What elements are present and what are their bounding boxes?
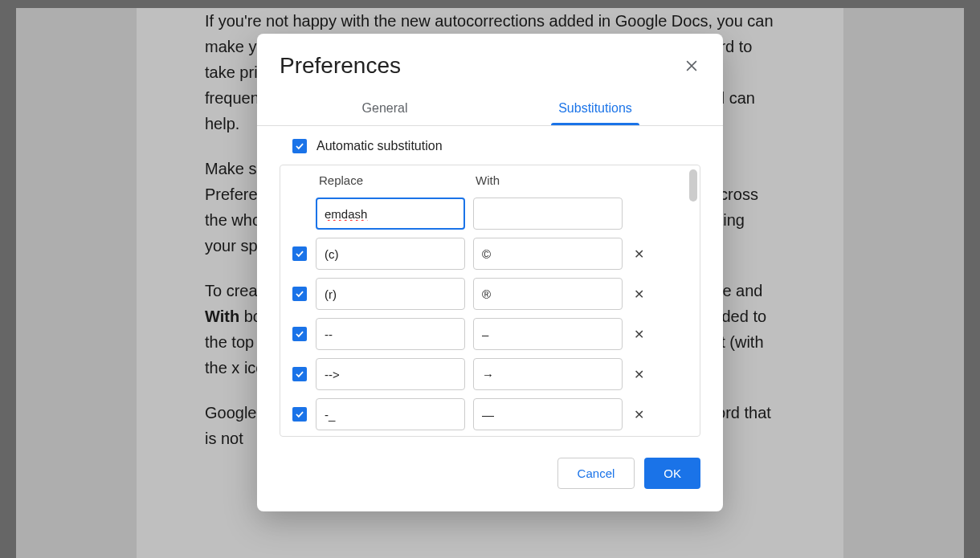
substitution-panel: Replace With ✕✕✕✕✕✕ bbox=[280, 165, 700, 437]
dialog-header: Preferences bbox=[257, 34, 723, 82]
substitution-checkbox-slot bbox=[292, 367, 308, 381]
substitution-checkbox-slot bbox=[292, 407, 308, 422]
replace-input[interactable] bbox=[316, 398, 465, 430]
delete-row-icon[interactable]: ✕ bbox=[631, 407, 647, 422]
tab-substitutions[interactable]: Substitutions bbox=[490, 93, 700, 125]
column-header-replace: Replace bbox=[319, 173, 476, 187]
delete-row-icon[interactable]: ✕ bbox=[631, 367, 647, 382]
cancel-button[interactable]: Cancel bbox=[557, 458, 635, 489]
automatic-substitution-checkbox[interactable] bbox=[292, 139, 307, 153]
substitution-row-checkbox[interactable] bbox=[292, 287, 307, 301]
delete-row-icon[interactable]: ✕ bbox=[631, 327, 647, 342]
automatic-substitution-label: Automatic substitution bbox=[316, 139, 443, 153]
with-input[interactable] bbox=[473, 398, 623, 430]
substitution-row-checkbox[interactable] bbox=[292, 246, 307, 261]
with-input[interactable] bbox=[473, 198, 623, 230]
ok-button[interactable]: OK bbox=[644, 458, 700, 489]
substitution-row: ✕ bbox=[280, 193, 700, 234]
tab-content: Automatic substitution Replace With ✕✕✕✕… bbox=[257, 126, 723, 437]
dialog-footer: Cancel OK bbox=[257, 437, 723, 511]
column-header-with: With bbox=[476, 173, 632, 187]
substitution-row-checkbox[interactable] bbox=[292, 367, 307, 381]
delete-row-icon[interactable]: ✕ bbox=[631, 246, 647, 262]
with-input[interactable] bbox=[473, 278, 623, 310]
substitution-checkbox-slot bbox=[292, 287, 308, 301]
replace-input[interactable] bbox=[316, 238, 465, 270]
with-input[interactable] bbox=[473, 318, 623, 350]
tab-general[interactable]: General bbox=[280, 93, 490, 125]
tabs: General Substitutions bbox=[257, 93, 723, 126]
substitution-header: Replace With bbox=[280, 165, 700, 193]
replace-input[interactable] bbox=[316, 278, 465, 310]
dialog-title: Preferences bbox=[280, 53, 401, 79]
substitution-rows: ✕✕✕✕✕✕ bbox=[280, 193, 700, 436]
replace-input[interactable] bbox=[316, 318, 465, 350]
delete-row-icon[interactable]: ✕ bbox=[631, 287, 647, 302]
substitution-checkbox-slot bbox=[292, 327, 308, 341]
replace-input[interactable] bbox=[316, 358, 465, 390]
replace-input[interactable] bbox=[316, 198, 465, 230]
automatic-substitution-row: Automatic substitution bbox=[280, 139, 700, 153]
substitution-row: ✕ bbox=[280, 354, 700, 394]
with-input[interactable] bbox=[473, 238, 623, 270]
substitution-row: ✕ bbox=[280, 394, 700, 434]
substitution-row-checkbox[interactable] bbox=[292, 407, 307, 422]
substitution-row: ✕ bbox=[280, 314, 700, 354]
preferences-dialog: Preferences General Substitutions Automa… bbox=[257, 34, 723, 511]
substitution-checkbox-slot bbox=[292, 246, 308, 261]
close-icon[interactable] bbox=[683, 57, 700, 75]
with-input[interactable] bbox=[473, 358, 623, 390]
scrollbar-thumb[interactable] bbox=[689, 169, 697, 202]
substitution-row: ✕ bbox=[280, 234, 700, 274]
substitution-row-checkbox[interactable] bbox=[292, 327, 307, 341]
substitution-row: ✕ bbox=[280, 274, 700, 314]
